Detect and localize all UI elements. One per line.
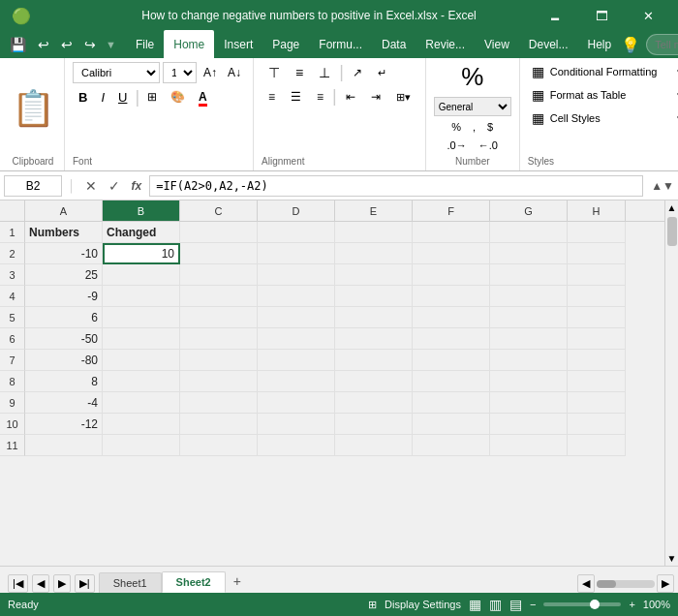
h-scrollbar-track[interactable]: [597, 580, 655, 588]
qat-customize-icon[interactable]: ▼: [106, 39, 116, 50]
cell-D9[interactable]: [258, 392, 335, 414]
cell-A1[interactable]: Numbers: [25, 222, 103, 243]
cell-D10[interactable]: [258, 414, 335, 435]
cell-F1[interactable]: [413, 222, 490, 243]
maximize-button[interactable]: 🗖: [579, 0, 624, 31]
col-header-a[interactable]: A: [25, 200, 103, 221]
cell-D1[interactable]: [258, 222, 335, 243]
redo-button[interactable]: ↪: [80, 35, 100, 54]
minimize-button[interactable]: 🗕: [533, 0, 577, 31]
menu-view[interactable]: View: [475, 30, 519, 59]
col-header-d[interactable]: D: [258, 200, 335, 221]
menu-formulas[interactable]: Formu...: [309, 30, 372, 59]
cell-F11[interactable]: [413, 435, 490, 456]
cell-G3[interactable]: [490, 264, 568, 286]
col-header-b[interactable]: B: [103, 200, 180, 221]
cell-B9[interactable]: [103, 392, 180, 414]
angle-text-button[interactable]: ↗: [346, 62, 369, 83]
sheet-tab-sheet2[interactable]: Sheet2: [162, 571, 226, 593]
cell-D7[interactable]: [258, 350, 335, 371]
cell-D3[interactable]: [258, 264, 335, 286]
sheet-nav-prev-button[interactable]: ◀: [32, 574, 49, 593]
fill-color-button[interactable]: 🎨: [165, 86, 191, 108]
cell-C2[interactable]: [180, 243, 258, 264]
cell-H9[interactable]: [568, 392, 626, 414]
cell-B1[interactable]: Changed: [103, 222, 180, 243]
cell-G1[interactable]: [490, 222, 568, 243]
increase-decimal-button[interactable]: .0→: [443, 138, 472, 153]
cell-styles-button[interactable]: ▦ Cell Styles ▾: [528, 108, 678, 128]
cell-H1[interactable]: [568, 222, 626, 243]
display-settings-label[interactable]: Display Settings: [385, 599, 461, 610]
align-center-button[interactable]: ☰: [284, 86, 308, 108]
scroll-thumb[interactable]: [667, 217, 677, 246]
underline-button[interactable]: U: [112, 86, 133, 108]
cell-D4[interactable]: [258, 286, 335, 307]
cell-B2[interactable]: 10: [103, 243, 180, 264]
cell-A10[interactable]: -12: [25, 414, 103, 435]
format-as-table-button[interactable]: ▦ Format as Table ▾: [528, 85, 678, 105]
cell-B4[interactable]: [103, 286, 180, 307]
cell-C7[interactable]: [180, 350, 258, 371]
scroll-down-button[interactable]: ▼: [665, 551, 678, 566]
h-scroll-left-button[interactable]: ◀: [577, 574, 595, 593]
normal-view-button[interactable]: ▦: [469, 597, 481, 612]
decrease-indent-button[interactable]: ⇤: [339, 86, 362, 108]
cell-F8[interactable]: [413, 371, 490, 392]
cell-F9[interactable]: [413, 392, 490, 414]
display-settings-icon[interactable]: ⊞: [368, 599, 377, 611]
cell-D5[interactable]: [258, 307, 335, 328]
menu-page[interactable]: Page: [262, 30, 309, 59]
cell-F7[interactable]: [413, 350, 490, 371]
font-name-select[interactable]: Calibri: [73, 62, 160, 83]
cell-B6[interactable]: [103, 328, 180, 350]
cell-B7[interactable]: [103, 350, 180, 371]
cell-A6[interactable]: -50: [25, 328, 103, 350]
menu-developer[interactable]: Devel...: [519, 30, 578, 59]
cancel-formula-button[interactable]: ✕: [81, 176, 101, 196]
align-middle-button[interactable]: ≡: [289, 62, 310, 83]
cell-H7[interactable]: [568, 350, 626, 371]
cell-D6[interactable]: [258, 328, 335, 350]
italic-button[interactable]: I: [95, 86, 110, 108]
h-scroll-right-button[interactable]: ▶: [657, 574, 674, 593]
confirm-formula-button[interactable]: ✓: [105, 176, 124, 196]
cell-H6[interactable]: [568, 328, 626, 350]
cell-C5[interactable]: [180, 307, 258, 328]
menu-file[interactable]: File: [126, 30, 164, 59]
bold-button[interactable]: B: [73, 86, 93, 108]
cell-F6[interactable]: [413, 328, 490, 350]
scroll-up-button[interactable]: ▲: [665, 200, 678, 215]
cell-G4[interactable]: [490, 286, 568, 307]
cell-H5[interactable]: [568, 307, 626, 328]
cell-A2[interactable]: -10: [25, 243, 103, 264]
cell-E8[interactable]: [335, 371, 413, 392]
h-scroll-thumb[interactable]: [597, 580, 616, 588]
col-header-c[interactable]: C: [180, 200, 258, 221]
col-header-g[interactable]: G: [490, 200, 568, 221]
zoom-minus-button[interactable]: −: [530, 599, 536, 610]
align-left-button[interactable]: ≡: [262, 86, 282, 108]
cell-G11[interactable]: [490, 435, 568, 456]
cell-C9[interactable]: [180, 392, 258, 414]
menu-review[interactable]: Revie...: [416, 30, 475, 59]
cell-H10[interactable]: [568, 414, 626, 435]
cell-D2[interactable]: [258, 243, 335, 264]
align-bottom-button[interactable]: ⊥: [312, 62, 337, 83]
zoom-slider[interactable]: [543, 602, 621, 606]
cell-E2[interactable]: [335, 243, 413, 264]
decrease-font-button[interactable]: A↓: [224, 62, 245, 83]
cell-H8[interactable]: [568, 371, 626, 392]
cell-E4[interactable]: [335, 286, 413, 307]
increase-font-button[interactable]: A↑: [200, 62, 221, 83]
cell-C4[interactable]: [180, 286, 258, 307]
cell-A3[interactable]: 25: [25, 264, 103, 286]
vertical-scrollbar[interactable]: ▲ ▼: [664, 200, 678, 566]
cell-C6[interactable]: [180, 328, 258, 350]
zoom-plus-button[interactable]: +: [629, 599, 634, 610]
menu-home[interactable]: Home: [164, 30, 214, 59]
currency-button[interactable]: $: [482, 119, 498, 135]
cell-A11[interactable]: [25, 435, 103, 456]
number-format-select[interactable]: General: [434, 97, 511, 116]
page-break-view-button[interactable]: ▥: [489, 597, 502, 612]
